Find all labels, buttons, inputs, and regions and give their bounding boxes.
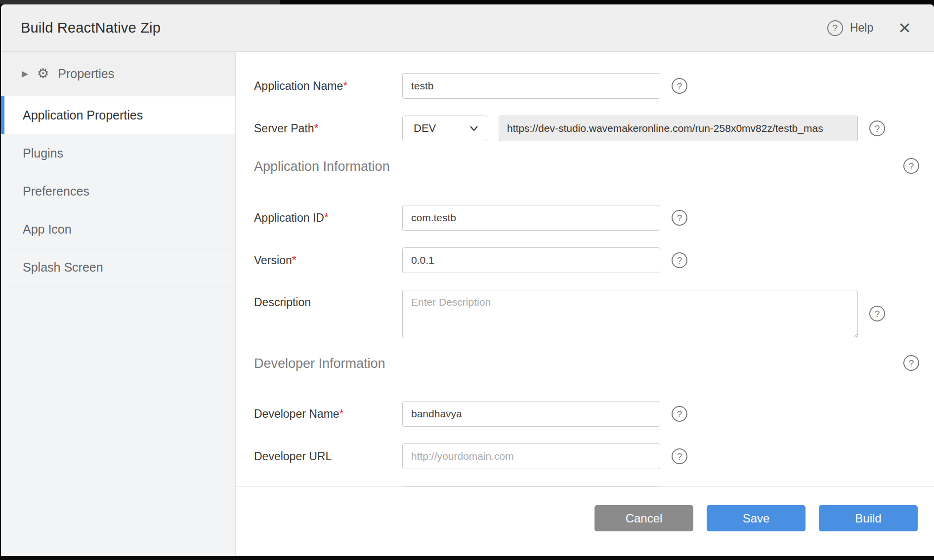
required-asterisk: * <box>314 122 318 135</box>
background-bottom-strip <box>0 556 934 560</box>
help-icon[interactable]: ? <box>827 20 843 36</box>
sidebar-item-label: Preferences <box>23 184 89 199</box>
sidebar-group-properties[interactable]: ▶ ⚙ Properties <box>1 52 235 96</box>
developer-name-label: Developer Name* <box>254 407 402 421</box>
version-help-icon[interactable]: ? <box>672 252 687 268</box>
description-label: Description <box>254 290 402 309</box>
application-name-input[interactable] <box>402 73 660 99</box>
sidebar: ▶ ⚙ Properties Application Properties Pl… <box>1 52 236 556</box>
application-name-label: Application Name* <box>254 80 402 93</box>
content-pane: Application Name* ? Server Path* DEV <box>236 52 934 556</box>
server-path-label: Server Path* <box>254 122 402 135</box>
dialog-header: Build ReactNative Zip ? Help ✕ <box>1 4 934 52</box>
sidebar-item-plugins[interactable]: Plugins <box>1 134 235 172</box>
build-reactnative-zip-dialog: Build ReactNative Zip ? Help ✕ ▶ ⚙ Prope… <box>1 4 934 556</box>
save-button[interactable]: Save <box>707 505 806 531</box>
sidebar-item-app-icon[interactable]: App Icon <box>1 210 235 248</box>
required-asterisk: * <box>292 254 297 267</box>
description-textarea[interactable] <box>402 290 858 338</box>
version-row: Version* ? <box>254 247 934 273</box>
close-icon[interactable]: ✕ <box>895 18 914 38</box>
dialog-title: Build ReactNative Zip <box>21 20 161 36</box>
application-name-help-icon[interactable]: ? <box>672 78 687 94</box>
sidebar-item-label: Application Properties <box>23 108 143 122</box>
developer-url-help-icon[interactable]: ? <box>672 448 687 464</box>
sidebar-item-splash-screen[interactable]: Splash Screen <box>1 248 235 286</box>
dialog-footer: Cancel Save Build <box>236 486 934 556</box>
required-asterisk: * <box>324 211 329 224</box>
developer-email-input[interactable] <box>402 486 660 486</box>
sidebar-item-label: Splash Screen <box>23 260 103 275</box>
application-information-title: Application Information <box>254 158 390 175</box>
developer-url-row: Developer URL ? <box>254 443 934 469</box>
developer-information-title: Developer Information <box>254 355 385 372</box>
server-path-select[interactable]: DEV <box>402 116 487 141</box>
sidebar-group-label: Properties <box>58 67 114 81</box>
description-help-icon[interactable]: ? <box>869 306 885 321</box>
application-id-label: Application ID* <box>254 211 402 225</box>
server-path-url-input[interactable] <box>499 116 858 141</box>
cancel-button[interactable]: Cancel <box>594 505 693 531</box>
server-path-selected-option: DEV <box>414 122 436 135</box>
sidebar-item-preferences[interactable]: Preferences <box>1 172 235 210</box>
application-information-section: Application Information ? <box>254 158 934 175</box>
application-id-row: Application ID* ? <box>254 205 934 231</box>
application-name-row: Application Name* ? <box>254 73 934 99</box>
section-divider <box>254 378 918 378</box>
dialog-body: ▶ ⚙ Properties Application Properties Pl… <box>1 52 934 556</box>
application-id-input[interactable] <box>402 205 660 231</box>
developer-information-section: Developer Information ? <box>254 355 934 372</box>
background-top-strip <box>0 0 934 4</box>
application-id-help-icon[interactable]: ? <box>672 210 687 226</box>
expander-arrow-icon[interactable]: ▶ <box>22 69 28 79</box>
server-path-help-icon[interactable]: ? <box>869 120 885 136</box>
gear-icon: ⚙ <box>37 67 49 80</box>
required-asterisk: * <box>340 407 344 420</box>
application-properties-form: Application Name* ? Server Path* DEV <box>236 52 934 486</box>
sidebar-item-label: Plugins <box>23 146 63 160</box>
developer-name-input[interactable] <box>402 401 660 427</box>
developer-name-row: Developer Name* ? <box>254 401 934 427</box>
developer-url-label: Developer URL <box>254 450 402 463</box>
description-row: Description ? <box>254 290 934 338</box>
developer-information-help-icon[interactable]: ? <box>903 355 919 371</box>
chevron-down-icon <box>469 125 479 132</box>
header-actions: ? Help ✕ <box>827 18 914 38</box>
required-asterisk: * <box>343 80 347 92</box>
sidebar-item-application-properties[interactable]: Application Properties <box>1 96 235 134</box>
version-input[interactable] <box>402 247 660 273</box>
sidebar-item-label: App Icon <box>23 222 72 237</box>
application-information-help-icon[interactable]: ? <box>903 158 919 174</box>
version-label: Version* <box>254 254 402 267</box>
developer-name-help-icon[interactable]: ? <box>672 406 687 422</box>
build-button[interactable]: Build <box>819 505 918 531</box>
section-divider <box>254 181 918 181</box>
help-link[interactable]: Help <box>850 21 873 35</box>
developer-url-input[interactable] <box>402 443 660 469</box>
developer-email-row: Developer Email* ? <box>254 486 934 486</box>
server-path-row: Server Path* DEV ? <box>254 116 934 141</box>
